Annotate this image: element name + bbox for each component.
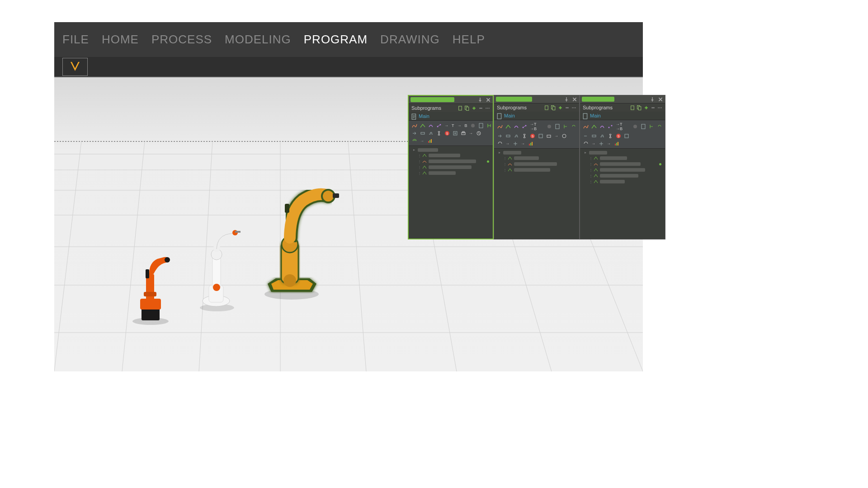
close-icon[interactable] — [658, 97, 663, 102]
input-icon[interactable] — [561, 133, 567, 139]
copy-file-icon[interactable] — [464, 105, 470, 111]
assign-icon[interactable] — [583, 133, 589, 139]
signal-out-icon[interactable] — [497, 141, 503, 146]
ptp-motion-icon[interactable] — [583, 124, 589, 130]
panel-titlebar[interactable] — [580, 95, 665, 103]
menu-home[interactable]: HOME — [102, 33, 139, 47]
signal-out-icon[interactable] — [411, 138, 417, 144]
doc-icon[interactable] — [478, 122, 484, 128]
chart-icon[interactable] — [427, 138, 433, 144]
chart-icon[interactable] — [613, 141, 619, 146]
main-routine-row[interactable]: Main — [580, 112, 665, 120]
pin-icon[interactable] — [564, 97, 569, 102]
program-panel-1[interactable]: Subprograms Main → T → B — [408, 95, 494, 239]
close-icon[interactable] — [572, 97, 577, 102]
wait-signal-icon[interactable] — [420, 130, 425, 136]
branch-icon[interactable] — [486, 122, 492, 128]
program-tree[interactable]: ▸ ⋮ ⋮ ⋮ ⋮ ⋮ — [580, 149, 665, 239]
menu-program[interactable]: PROGRAM — [304, 33, 368, 47]
panel-tab[interactable] — [496, 97, 532, 102]
main-routine-row[interactable]: Main — [409, 112, 493, 120]
circ-motion-icon[interactable] — [428, 122, 434, 128]
path-icon[interactable] — [436, 122, 442, 128]
stop-icon[interactable]: S — [444, 130, 450, 136]
sync-icon[interactable] — [598, 141, 604, 146]
more-icon[interactable] — [657, 105, 662, 110]
print-icon[interactable] — [460, 130, 466, 136]
ptp-motion-icon[interactable] — [497, 124, 503, 130]
close-icon[interactable] — [486, 97, 491, 103]
add-icon[interactable] — [643, 105, 649, 110]
delete-icon[interactable] — [650, 105, 656, 110]
record-icon[interactable] — [632, 124, 638, 130]
program-tree[interactable]: ▸ ⋮ ⋮ ⋮ — [494, 149, 579, 239]
set-signal-icon[interactable] — [513, 133, 519, 139]
statement-toolbar: →T →B S → → — [580, 120, 665, 149]
branch-icon[interactable] — [562, 124, 568, 130]
add-icon[interactable] — [471, 105, 476, 111]
assign-icon[interactable] — [411, 130, 417, 136]
sync-icon[interactable] — [512, 141, 518, 146]
app-logo[interactable] — [62, 58, 88, 76]
svg-text:S: S — [617, 134, 619, 137]
assign-icon[interactable] — [497, 133, 503, 139]
copy-file-icon[interactable] — [637, 105, 642, 110]
copy-file-icon[interactable] — [551, 105, 556, 110]
new-file-icon[interactable] — [630, 105, 635, 110]
list-icon[interactable] — [623, 133, 629, 139]
menu-file[interactable]: FILE — [62, 33, 89, 47]
doc-icon[interactable] — [640, 124, 646, 130]
more-icon[interactable] — [571, 105, 576, 110]
panel-titlebar[interactable] — [494, 95, 579, 103]
path-icon[interactable] — [521, 124, 527, 130]
panel-tab[interactable] — [582, 97, 614, 102]
new-file-icon[interactable] — [458, 105, 463, 111]
branch-icon[interactable] — [648, 124, 654, 130]
set-signal-icon[interactable] — [428, 130, 434, 136]
lin-motion-icon[interactable] — [591, 124, 597, 130]
main-routine-row[interactable]: Main — [494, 112, 579, 120]
list-icon[interactable] — [538, 133, 543, 139]
stop-icon[interactable]: S — [615, 133, 621, 139]
program-tree[interactable]: ▸ ⋮ ⋮ ⋮ ⋮ — [409, 146, 493, 236]
svg-point-90 — [611, 125, 612, 127]
record-icon[interactable] — [470, 122, 476, 128]
menu-modeling[interactable]: MODELING — [225, 33, 291, 47]
menu-drawing[interactable]: DRAWING — [380, 33, 440, 47]
menu-help[interactable]: HELP — [453, 33, 485, 47]
add-icon[interactable] — [557, 105, 563, 110]
timer-icon[interactable] — [436, 130, 442, 136]
ptp-motion-icon[interactable] — [411, 122, 417, 128]
pin-icon[interactable] — [650, 97, 655, 102]
pin-icon[interactable] — [477, 97, 483, 103]
doc-icon[interactable] — [554, 124, 560, 130]
list-icon[interactable] — [452, 130, 458, 136]
lin-motion-icon[interactable] — [420, 122, 425, 128]
timer-icon[interactable] — [607, 133, 613, 139]
program-panel-3[interactable]: Subprograms Main →T →B — [580, 95, 665, 239]
chart-icon[interactable] — [528, 141, 533, 146]
more-icon[interactable] — [485, 105, 490, 111]
delete-icon[interactable] — [564, 105, 570, 110]
input-icon[interactable] — [476, 130, 481, 136]
signal-out-icon[interactable] — [583, 141, 589, 146]
panel-titlebar[interactable] — [409, 96, 493, 103]
circ-motion-icon[interactable] — [599, 124, 605, 130]
lin-motion-icon[interactable] — [505, 124, 511, 130]
path-icon[interactable] — [607, 124, 613, 130]
new-file-icon[interactable] — [544, 105, 549, 110]
loop-icon[interactable] — [656, 124, 662, 130]
panel-tab[interactable] — [410, 97, 454, 102]
set-signal-icon[interactable] — [599, 133, 605, 139]
timer-icon[interactable] — [521, 133, 527, 139]
print-icon[interactable] — [546, 133, 552, 139]
menu-process[interactable]: PROCESS — [151, 33, 212, 47]
circ-motion-icon[interactable] — [513, 124, 519, 130]
delete-icon[interactable] — [478, 105, 483, 111]
wait-signal-icon[interactable] — [505, 133, 511, 139]
stop-icon[interactable]: S — [529, 133, 535, 139]
record-icon[interactable] — [546, 124, 552, 130]
loop-icon[interactable] — [571, 124, 576, 130]
wait-signal-icon[interactable] — [591, 133, 597, 139]
program-panel-2[interactable]: Subprograms Main →T →B — [494, 95, 580, 239]
